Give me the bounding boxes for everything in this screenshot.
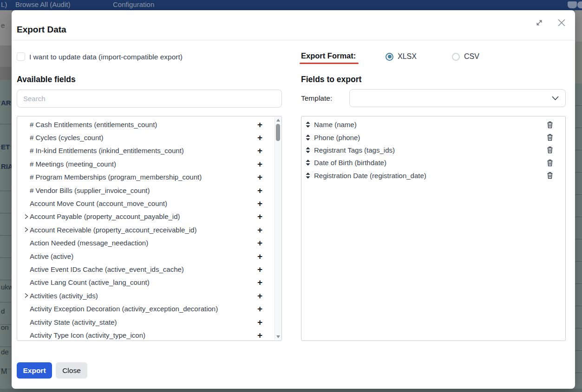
- navbar-menu-browse-all[interactable]: Browse All (Audit): [15, 0, 70, 8]
- available-field-row[interactable]: Activity Type Icon (activity_type_icon) …: [17, 328, 275, 341]
- available-field-row[interactable]: # Meetings (meeting_count) +: [17, 157, 275, 170]
- navbar-icon: [568, 1, 577, 8]
- available-field-row[interactable]: Action Needed (message_needaction) +: [17, 237, 275, 250]
- trash-icon: [547, 146, 553, 154]
- chevron-right-icon[interactable]: [24, 214, 30, 219]
- add-field-button[interactable]: +: [257, 265, 262, 274]
- close-button[interactable]: Close: [56, 362, 87, 379]
- chevron-right-icon[interactable]: [24, 293, 30, 298]
- field-label: # Cycles (cycles_count): [30, 134, 103, 141]
- dialog-title: Export Data: [17, 25, 66, 35]
- add-field-button[interactable]: +: [257, 238, 262, 247]
- remove-field-button[interactable]: [547, 172, 553, 179]
- background-text-fragment: M: [1, 367, 7, 376]
- field-label: Active Lang Count (active_lang_count): [30, 278, 150, 286]
- add-field-button[interactable]: +: [257, 120, 262, 129]
- field-label: Account Payable (property_account_payabl…: [30, 212, 180, 220]
- field-label: Account Move Count (account_move_count): [30, 199, 167, 207]
- add-field-button[interactable]: +: [257, 278, 262, 287]
- available-field-row[interactable]: # Vendor Bills (supplier_invoice_count) …: [17, 184, 275, 197]
- field-label: # Vendor Bills (supplier_invoice_count): [30, 186, 150, 194]
- add-field-button[interactable]: +: [257, 304, 262, 313]
- remove-field-button[interactable]: [547, 121, 553, 129]
- chevron-right-icon[interactable]: [24, 227, 30, 232]
- available-field-row[interactable]: Active (active) +: [17, 250, 275, 263]
- add-field-button[interactable]: +: [257, 160, 262, 168]
- field-label: Active Event IDs Cache (active_event_ids…: [30, 265, 184, 273]
- export-field-row[interactable]: Registration Date (registration_date): [301, 169, 565, 182]
- scrollbar-down-arrow-icon[interactable]: [276, 335, 280, 338]
- sort-handle-icon[interactable]: [305, 147, 311, 154]
- background-text-fragment: ET: [1, 143, 10, 151]
- add-field-button[interactable]: +: [257, 252, 262, 261]
- export-button[interactable]: Export: [17, 362, 52, 379]
- remove-field-button[interactable]: [547, 159, 553, 167]
- expand-dialog-button[interactable]: [534, 17, 545, 28]
- available-field-row[interactable]: Active Event IDs Cache (active_event_ids…: [17, 263, 275, 276]
- export-field-row[interactable]: Registrant Tags (tags_ids): [301, 144, 565, 156]
- available-field-row[interactable]: Account Receivable (property_account_rec…: [17, 223, 275, 236]
- navbar-icon: [577, 1, 582, 8]
- available-fields-panel: # Cash Entitlements (entitlements_count)…: [17, 116, 282, 341]
- available-field-row[interactable]: # Program Memberships (program_membershi…: [17, 171, 275, 184]
- dimmed-page-bottom-edge: [0, 389, 582, 392]
- radio-icon: [386, 53, 393, 61]
- available-field-row[interactable]: Activity Exception Decoration (activity_…: [17, 302, 275, 315]
- field-label: # In-kind Entitlements (inkind_entitleme…: [30, 147, 184, 154]
- scrollbar-up-arrow-icon[interactable]: [276, 119, 280, 122]
- remove-field-button[interactable]: [547, 134, 553, 141]
- add-field-button[interactable]: +: [257, 318, 262, 327]
- available-field-row[interactable]: Activity State (activity_state) +: [17, 315, 275, 328]
- export-field-label: Registration Date (registration_date): [314, 172, 426, 180]
- template-select[interactable]: [349, 89, 566, 107]
- scrollbar[interactable]: [275, 117, 281, 340]
- close-dialog-button[interactable]: [556, 17, 567, 28]
- dimmed-page-left-edge: e AR ET RIA ukw d on de M: [0, 10, 12, 389]
- scrollbar-thumb[interactable]: [276, 124, 280, 141]
- add-field-button[interactable]: +: [257, 291, 262, 300]
- close-icon: [556, 18, 567, 28]
- remove-field-button[interactable]: [547, 146, 553, 154]
- format-radio-xlsx[interactable]: XLSX: [386, 52, 417, 61]
- available-field-row[interactable]: Active Lang Count (active_lang_count) +: [17, 276, 275, 289]
- export-format-label: Export Format:: [301, 51, 356, 60]
- export-data-dialog: Export Data I want to update data (impor…: [12, 10, 575, 389]
- add-field-button[interactable]: +: [257, 199, 262, 208]
- update-data-checkbox-label[interactable]: I want to update data (import-compatible…: [29, 53, 183, 61]
- expand-icon: [535, 18, 544, 27]
- export-field-row[interactable]: Phone (phone): [301, 131, 565, 143]
- field-label: # Program Memberships (program_membershi…: [30, 173, 202, 181]
- export-field-row[interactable]: Date of Birth (birthdate): [301, 156, 565, 169]
- export-field-label: Phone (phone): [314, 134, 360, 141]
- navbar-menu-configuration[interactable]: Configuration: [113, 0, 154, 8]
- background-text-fragment: d: [1, 307, 5, 315]
- add-field-button[interactable]: +: [257, 225, 262, 234]
- search-input[interactable]: [17, 90, 282, 108]
- add-field-button[interactable]: +: [257, 173, 262, 181]
- format-radio-csv[interactable]: CSV: [452, 52, 479, 61]
- available-field-row[interactable]: Account Payable (property_account_payabl…: [17, 210, 275, 223]
- add-field-button[interactable]: +: [257, 186, 262, 195]
- available-field-row[interactable]: # Cash Entitlements (entitlements_count)…: [17, 118, 275, 131]
- sort-handle-icon[interactable]: [305, 159, 311, 166]
- export-field-row[interactable]: Name (name): [301, 118, 565, 131]
- sort-handle-icon[interactable]: [305, 172, 311, 179]
- available-field-row[interactable]: # In-kind Entitlements (inkind_entitleme…: [17, 144, 275, 157]
- trash-icon: [547, 172, 553, 179]
- available-field-row[interactable]: Activities (activity_ids) +: [17, 289, 275, 302]
- sort-handle-icon[interactable]: [305, 134, 311, 141]
- add-field-button[interactable]: +: [257, 146, 262, 155]
- add-field-button[interactable]: +: [257, 212, 262, 221]
- background-text-fragment: RIA: [1, 162, 13, 170]
- header-divider: [12, 40, 575, 40]
- radio-icon: [452, 53, 460, 61]
- background-text-fragment: AR: [1, 99, 11, 107]
- field-label: Activity Exception Decoration (activity_…: [30, 305, 218, 313]
- chevron-down-icon: [551, 95, 559, 102]
- update-data-checkbox[interactable]: [17, 52, 25, 61]
- available-field-row[interactable]: Account Move Count (account_move_count) …: [17, 197, 275, 210]
- available-field-row[interactable]: # Cycles (cycles_count) +: [17, 131, 275, 144]
- add-field-button[interactable]: +: [257, 133, 262, 142]
- add-field-button[interactable]: +: [257, 331, 262, 340]
- sort-handle-icon[interactable]: [305, 121, 311, 128]
